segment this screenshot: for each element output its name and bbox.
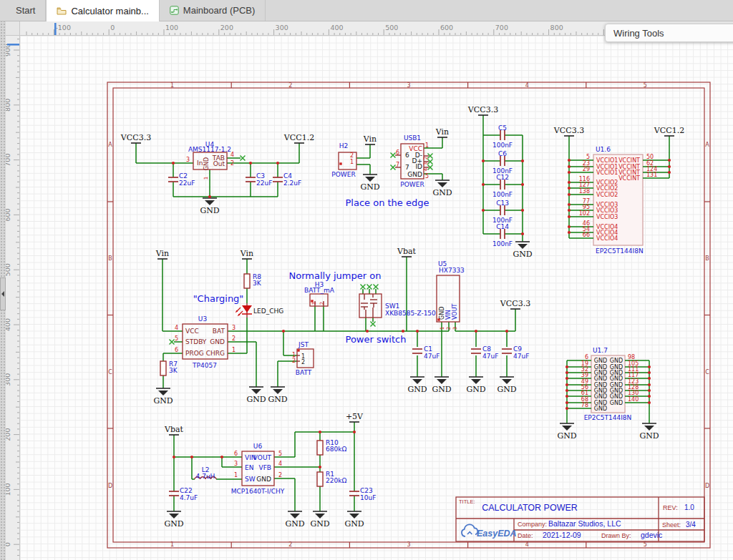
schematic-label[interactable]: GND: [256, 476, 271, 483]
schematic-label[interactable]: VFB: [258, 464, 271, 471]
capacitor-symbol[interactable]: [273, 177, 283, 182]
schematic-label[interactable]: 680kΩ: [326, 446, 346, 453]
schematic-label[interactable]: 220kΩ: [326, 477, 346, 484]
no-connect-flag[interactable]: [367, 285, 372, 290]
schematic-label[interactable]: GND: [407, 171, 422, 178]
schematic-label[interactable]: C3: [256, 172, 265, 180]
schematic-label[interactable]: 3K: [169, 367, 178, 374]
schematic-label[interactable]: C23: [360, 487, 373, 494]
resistor-symbol[interactable]: [244, 274, 250, 288]
tab-calculator-mainboard[interactable]: Calculator mainb...: [46, 0, 159, 21]
schematic-label[interactable]: 1: [440, 327, 445, 330]
tab-start[interactable]: Start: [6, 0, 46, 21]
schematic-label[interactable]: GND: [610, 400, 623, 406]
schematic-label[interactable]: 98: [628, 354, 635, 360]
ground-symbol[interactable]: GND: [344, 511, 364, 529]
ground-symbol[interactable]: GND: [285, 511, 304, 529]
schematic-label[interactable]: 7: [405, 164, 409, 171]
schematic-label[interactable]: GND: [610, 375, 623, 382]
schematic-label[interactable]: 4.7uH: [196, 473, 215, 480]
schematic-label[interactable]: VCC: [185, 328, 199, 335]
schematic-label[interactable]: VCCIO1: [596, 157, 618, 164]
schematic-label[interactable]: VCCINT: [618, 157, 640, 164]
schematic-label[interactable]: 1: [311, 302, 317, 305]
capacitor-symbol[interactable]: [246, 177, 256, 182]
ground-symbol[interactable]: GND: [407, 377, 427, 394]
title-block[interactable]: TITLE: CALCULATOR POWER REV: 1.0 Company…: [456, 497, 704, 541]
led-symbol[interactable]: [236, 305, 252, 315]
schematic-label[interactable]: 7: [396, 162, 399, 168]
schematic-label[interactable]: 47uF: [482, 353, 498, 360]
no-connect-flag[interactable]: [170, 340, 175, 345]
no-connect-flag[interactable]: [361, 285, 366, 290]
component-body[interactable]: [359, 294, 382, 318]
schematic-label[interactable]: GND: [594, 406, 607, 412]
schematic-label[interactable]: VCCIO3: [596, 207, 618, 214]
schematic-label[interactable]: CHRG: [206, 350, 225, 357]
schematic-label[interactable]: 3: [232, 325, 236, 331]
schematic-label[interactable]: 2: [350, 152, 354, 159]
schematic-label[interactable]: 66: [583, 232, 590, 238]
schematic-label[interactable]: 29: [583, 166, 590, 172]
component-body[interactable]: [297, 349, 314, 368]
capacitor-symbol[interactable]: [500, 180, 505, 190]
schematic-label[interactable]: C8: [482, 345, 491, 353]
schematic-label[interactable]: H2: [339, 142, 349, 149]
schematic-label[interactable]: EP2C5T144I8N: [596, 247, 644, 255]
schematic-label[interactable]: 50: [646, 154, 654, 160]
schematic-label[interactable]: 130: [628, 390, 639, 396]
schematic-label[interactable]: 102: [579, 210, 590, 217]
schematic-label[interactable]: GND: [203, 157, 210, 170]
schematic-label[interactable]: GND: [610, 358, 623, 364]
schematic-label[interactable]: C14: [496, 223, 509, 230]
schematic-label[interactable]: PROG: [185, 350, 204, 357]
ground-symbol[interactable]: GND: [513, 242, 532, 259]
schematic-label[interactable]: 2.2uF: [283, 180, 301, 187]
schematic-label[interactable]: U6: [253, 443, 263, 450]
ground-symbol[interactable]: GND: [153, 388, 173, 406]
schematic-label[interactable]: C2: [179, 172, 188, 180]
schematic-label[interactable]: EN: [245, 464, 253, 471]
schematic-label[interactable]: U1.7: [593, 347, 608, 354]
schematic-label[interactable]: Place on the edge: [346, 197, 429, 208]
no-connect-flag[interactable]: [374, 285, 379, 290]
ground-symbol[interactable]: GND: [466, 377, 485, 394]
schematic-label[interactable]: EP2C5T144I8N: [584, 414, 632, 421]
schematic-label[interactable]: VCCINT: [618, 175, 640, 182]
schematic-label[interactable]: GND: [594, 375, 607, 382]
schematic-label[interactable]: 5: [278, 451, 282, 457]
schematic-label[interactable]: 3K: [253, 280, 262, 287]
power-net-flag[interactable]: VCC1.2: [283, 133, 314, 143]
schematic-label[interactable]: USB1: [404, 134, 421, 142]
schematic-label[interactable]: C9: [513, 345, 522, 353]
schematic-label[interactable]: 3: [186, 157, 190, 163]
schematic-label[interactable]: 2: [423, 157, 429, 159]
schematic-label[interactable]: VOUT: [452, 304, 458, 320]
schematic-label[interactable]: C6: [498, 150, 507, 157]
schematic-label[interactable]: 5: [586, 154, 590, 160]
schematic-label[interactable]: Out: [213, 160, 225, 167]
schematic-label[interactable]: 10uF: [360, 494, 376, 501]
schematic-label[interactable]: 2: [446, 327, 452, 330]
schematic-label[interactable]: VCCIO3: [596, 214, 618, 220]
ground-symbol[interactable]: GND: [432, 377, 451, 394]
ground-symbol[interactable]: GND: [164, 511, 183, 529]
power-net-flag[interactable]: VCC3.3: [500, 299, 530, 309]
schematic-label[interactable]: C22: [180, 487, 193, 494]
schematic-label[interactable]: 22uF: [179, 180, 195, 187]
schematic-label[interactable]: 138: [579, 188, 590, 195]
wiring-tools-panel[interactable]: Wiring Tools: [605, 24, 733, 42]
power-net-flag[interactable]: Vbat: [164, 425, 184, 435]
ground-symbol[interactable]: GND: [200, 198, 219, 215]
power-net-flag[interactable]: Vin: [155, 249, 169, 259]
schematic-label[interactable]: MCP1640T-I/CHY: [231, 488, 285, 495]
schematic-label[interactable]: GND: [210, 338, 225, 345]
schematic-label[interactable]: 2: [230, 160, 234, 167]
schematic-label[interactable]: 2: [292, 358, 296, 364]
schematic-label[interactable]: 2: [232, 335, 236, 342]
schematic-label[interactable]: 39: [581, 372, 588, 378]
schematic-label[interactable]: VCCIO1: [596, 170, 618, 176]
schematic-canvas[interactable]: 1122334455AABBCCDD VCC3.3VCC1.2VinVinVCC…: [20, 36, 733, 560]
schematic-label[interactable]: VIN: [445, 310, 452, 320]
schematic-label[interactable]: VOUT: [253, 454, 272, 461]
